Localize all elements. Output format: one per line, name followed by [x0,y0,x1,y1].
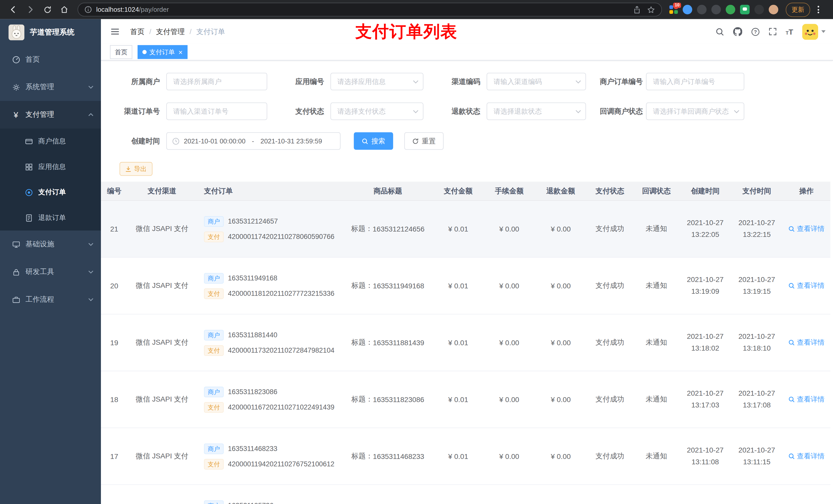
extension-green-square-icon[interactable] [740,5,749,14]
sidebar: 芋道管理系统 首页 系统管理 ¥ 支付管理 [0,19,101,504]
sidebar-item-workflow[interactable]: 工作流程 [0,286,101,313]
channel-order-no: 4200001181202110277723215336 [228,289,335,297]
tab-home[interactable]: 首页 [110,45,132,59]
user-menu[interactable] [802,24,826,40]
breadcrumb: 首页 / 支付管理 / 支付订单 [130,27,225,37]
menu-fold-icon[interactable] [109,26,122,38]
cell-actions: 查看详情 [783,371,830,428]
merchant-input[interactable] [166,73,267,90]
extension-dark-icon-2[interactable] [711,5,721,14]
browser-home-button[interactable] [57,3,71,16]
title-value: 1635312124656 [373,225,424,233]
sidebar-item-home[interactable]: 首页 [0,46,101,73]
grid-icon [24,163,33,171]
help-icon[interactable]: ? [751,27,760,36]
col-amount: 支付金额 [433,182,483,200]
pay-tag: 支付 [204,345,223,356]
github-icon[interactable] [733,27,742,36]
notify-status-input[interactable] [646,102,744,120]
merchant-order-no: 1635311881440 [228,331,278,339]
table-row: 21 微信 JSAPI 支付 商户 1635312124657 支付 42000… [101,201,830,258]
filter-label: 渠道编码 [437,77,487,86]
share-icon[interactable] [633,6,641,14]
channel-code-input[interactable] [487,73,586,90]
sidebar-item-label: 支付订单 [38,188,66,197]
channel-order-no-input[interactable] [166,102,267,120]
browser-forward-button[interactable] [23,3,37,16]
cell-id: 18 [101,371,127,428]
cell-status: 支付成功 [587,258,634,314]
cell-notify [633,485,679,504]
sidebar-item-infrastructure[interactable]: 基础设施 [0,231,101,258]
cell-order: 商户 1635312124657 支付 42000011742021102780… [196,201,342,257]
browser-update-button[interactable]: 更新 [786,2,810,17]
sidebar-item-refund-order[interactable]: 退款订单 [0,205,101,231]
breadcrumb-payment[interactable]: 支付管理 [156,27,185,37]
view-detail-link[interactable]: 查看详情 [788,281,825,290]
tab-pay-order[interactable]: 支付订单 × [138,45,187,59]
export-button[interactable]: 导出 [120,162,153,176]
extension-grid-icon[interactable]: 10 [669,5,678,14]
sidebar-item-system[interactable]: 系统管理 [0,73,101,101]
filter-row-2: 渠道订单号 支付状态 退款状态 [101,102,833,120]
view-detail-link[interactable]: 查看详情 [788,452,825,461]
col-title: 商品标题 [343,182,433,200]
sidebar-item-pay-order[interactable]: 支付订单 [0,179,101,205]
sidebar-item-app-info[interactable]: 应用信息 [0,154,101,179]
app-id-input[interactable] [330,73,423,90]
breadcrumb-home[interactable]: 首页 [130,27,144,37]
svg-text:?: ? [754,29,757,34]
table-row: 18 微信 JSAPI 支付 商户 1635311823086 支付 42000… [101,371,830,428]
browser-refresh-button[interactable] [41,3,54,16]
font-size-icon[interactable]: TT [786,27,793,36]
cell-paid: 2021-10-2713:19:15 [731,258,783,314]
cell-status [587,485,634,504]
cell-paid: 2021-10-2713:11:15 [731,428,783,484]
merchant-order-no-input[interactable] [646,73,744,90]
sidebar-item-devtools[interactable]: 研发工具 [0,258,101,286]
table-row: 17 微信 JSAPI 支付 商户 1635311468233 支付 42000… [101,428,830,485]
gear-icon [12,83,20,91]
title-prefix: 标题： [352,338,373,347]
cell-amount: ¥ 0.01 [433,201,483,257]
site-info-icon[interactable] [85,6,92,13]
view-detail-link[interactable]: 查看详情 [788,394,825,404]
extension-avatar-icon[interactable] [769,5,778,14]
search-icon[interactable] [716,27,724,36]
cell-actions: 查看详情 [783,485,830,504]
yen-icon: ¥ [12,110,20,119]
date-range-picker[interactable]: 2021-10-01 00:00:00 - 2021-10-31 23:59:5… [166,132,340,149]
cell-created: 2021-10-2713:18:02 [680,314,731,371]
sidebar-item-merchant-info[interactable]: 商户信息 [0,128,101,154]
col-id: 编号 [101,182,127,200]
pay-status-input[interactable] [330,102,423,120]
fullscreen-icon[interactable] [769,28,777,35]
address-bar[interactable]: localhost:1024/pay/order [78,3,662,16]
page-content: 所属商户 应用编号 渠道编码 [101,61,833,504]
view-detail-link[interactable]: 查看详情 [788,338,825,347]
cell-channel: 微信 JSAPI 支付 [127,371,197,428]
bookmark-star-icon[interactable] [647,6,655,14]
magnifier-icon [788,225,795,232]
avatar[interactable] [802,24,818,40]
filter-label: 商户订单编号 [600,77,646,86]
view-detail-link[interactable]: 查看详情 [788,224,825,234]
cell-paid: 2021-10-2713:22:15 [731,201,783,257]
reset-button[interactable]: 重置 [404,132,444,149]
close-icon[interactable]: × [178,49,183,55]
extension-green-circle-icon[interactable] [726,5,735,14]
extension-dark-icon-1[interactable] [697,5,707,14]
cell-created: 2021-10-2713:19:09 [680,258,731,314]
sidebar-item-payment[interactable]: ¥ 支付管理 [0,101,101,128]
browser-back-button[interactable] [6,3,20,16]
extension-pin-icon[interactable] [754,5,764,14]
merchant-input-wrap [166,73,267,90]
cell-paid: 2021-10-2713:17:08 [731,371,783,428]
extension-blue-icon[interactable] [683,5,692,14]
browser-menu-icon[interactable] [815,4,822,16]
date-end: 2021-10-31 23:59:59 [261,137,322,145]
cell-id: 19 [101,314,127,371]
col-order: 支付订单 [196,182,342,200]
refund-status-input[interactable] [487,102,586,120]
search-button[interactable]: 搜索 [354,132,393,149]
